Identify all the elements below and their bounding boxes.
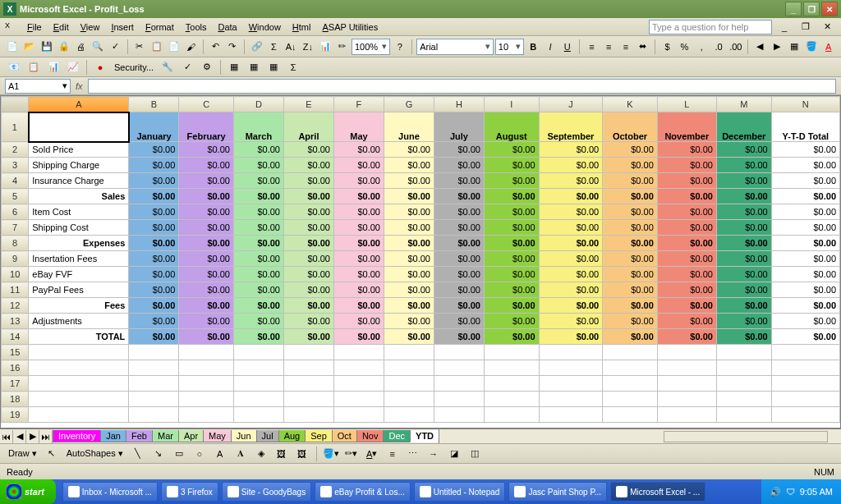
- cell-H12[interactable]: $0.00: [434, 298, 484, 314]
- cell-F18[interactable]: [333, 392, 384, 407]
- cell-C3[interactable]: $0.00: [179, 158, 234, 173]
- cell-L9[interactable]: $0.00: [657, 251, 716, 267]
- name-box[interactable]: A1▾: [5, 79, 71, 94]
- menu-data[interactable]: Data: [212, 20, 242, 34]
- tb2-icon4[interactable]: 📈: [64, 58, 82, 76]
- cell-L7[interactable]: $0.00: [657, 220, 716, 236]
- tb2-icon7[interactable]: ⚙: [198, 58, 216, 76]
- cell-K18[interactable]: [603, 392, 658, 407]
- cell-H8[interactable]: $0.00: [434, 236, 484, 251]
- col-header-C[interactable]: C: [179, 97, 234, 112]
- task-button[interactable]: Inbox - Microsoft ...: [62, 482, 158, 502]
- cell-E12[interactable]: $0.00: [283, 298, 333, 314]
- cell-D18[interactable]: [233, 392, 283, 407]
- cell-E13[interactable]: $0.00: [283, 314, 333, 329]
- cut-icon[interactable]: ✂: [132, 38, 148, 56]
- sheet-tab-Oct[interactable]: Oct: [332, 430, 357, 442]
- cell-G15[interactable]: [384, 345, 434, 360]
- cell-K15[interactable]: [603, 345, 658, 360]
- cell-N2[interactable]: $0.00: [771, 142, 839, 158]
- menu-tools[interactable]: Tools: [180, 20, 213, 34]
- sheet-tab-Jan[interactable]: Jan: [100, 430, 126, 442]
- cell-B7[interactable]: $0.00: [129, 220, 179, 236]
- row-label-6[interactable]: Item Cost: [29, 204, 129, 220]
- task-button[interactable]: Microsoft Excel - ...: [610, 482, 705, 502]
- cell-E17[interactable]: [283, 376, 333, 392]
- cell-C18[interactable]: [179, 392, 234, 407]
- cell-N7[interactable]: $0.00: [771, 220, 839, 236]
- cell-G16[interactable]: [384, 360, 434, 376]
- cell-M9[interactable]: $0.00: [716, 251, 771, 267]
- cell-J16[interactable]: [539, 360, 603, 376]
- 3d-icon[interactable]: ◫: [466, 445, 484, 463]
- cell-B16[interactable]: [129, 360, 179, 376]
- cell-E14[interactable]: $0.00: [283, 329, 333, 345]
- row-header-15[interactable]: 15: [2, 345, 29, 360]
- cell-K3[interactable]: $0.00: [603, 158, 658, 173]
- cell-J12[interactable]: $0.00: [539, 298, 603, 314]
- cell-L16[interactable]: [657, 360, 716, 376]
- dec-indent-icon[interactable]: ◀: [752, 38, 768, 56]
- cell-L12[interactable]: $0.00: [657, 298, 716, 314]
- cell-N10[interactable]: $0.00: [771, 267, 839, 282]
- cell-K14[interactable]: $0.00: [603, 329, 658, 345]
- cell-F12[interactable]: $0.00: [333, 298, 384, 314]
- cell-L17[interactable]: [657, 376, 716, 392]
- col-header-F[interactable]: F: [333, 97, 384, 112]
- cell-F4[interactable]: $0.00: [333, 173, 384, 189]
- col-header-B[interactable]: B: [129, 97, 179, 112]
- line-color-icon[interactable]: ✏▾: [342, 445, 361, 463]
- row-header-11[interactable]: 11: [2, 282, 29, 298]
- cell-L4[interactable]: $0.00: [657, 173, 716, 189]
- cell-K17[interactable]: [603, 376, 658, 392]
- cell-G7[interactable]: $0.00: [384, 220, 434, 236]
- cell-E3[interactable]: $0.00: [283, 158, 333, 173]
- cell-A17[interactable]: [29, 376, 129, 392]
- open-icon[interactable]: 📂: [22, 38, 38, 56]
- cell-B6[interactable]: $0.00: [129, 204, 179, 220]
- cell-I10[interactable]: $0.00: [484, 267, 539, 282]
- cell-J4[interactable]: $0.00: [539, 173, 603, 189]
- cell-J8[interactable]: $0.00: [539, 236, 603, 251]
- cell-C7[interactable]: $0.00: [179, 220, 234, 236]
- row-label-11[interactable]: PayPal Fees: [29, 282, 129, 298]
- row-label-10[interactable]: eBay FVF: [29, 267, 129, 282]
- picture-icon[interactable]: 🖼: [293, 445, 311, 463]
- cell-D19[interactable]: [233, 407, 283, 423]
- cell-L14[interactable]: $0.00: [657, 329, 716, 345]
- sheet-tab-Sep[interactable]: Sep: [305, 430, 333, 442]
- row-header-16[interactable]: 16: [2, 360, 29, 376]
- header-February[interactable]: February: [179, 112, 234, 142]
- cell-K11[interactable]: $0.00: [603, 282, 658, 298]
- arrow-style-icon[interactable]: →: [425, 445, 443, 463]
- cell-E16[interactable]: [283, 360, 333, 376]
- security-button[interactable]: Security...: [111, 62, 157, 72]
- cell-B14[interactable]: $0.00: [129, 329, 179, 345]
- merge-icon[interactable]: ⬌: [635, 38, 650, 56]
- start-button[interactable]: start: [0, 479, 56, 504]
- cell-C6[interactable]: $0.00: [179, 204, 234, 220]
- font-color-icon[interactable]: A: [820, 38, 836, 56]
- cell-M6[interactable]: $0.00: [716, 204, 771, 220]
- cell-N19[interactable]: [771, 407, 839, 423]
- cell-D14[interactable]: $0.00: [233, 329, 283, 345]
- row-header-8[interactable]: 8: [2, 236, 29, 251]
- cell-I16[interactable]: [484, 360, 539, 376]
- cell-B12[interactable]: $0.00: [129, 298, 179, 314]
- cell-L6[interactable]: $0.00: [657, 204, 716, 220]
- cell-G13[interactable]: $0.00: [384, 314, 434, 329]
- row-header-2[interactable]: 2: [2, 142, 29, 158]
- diagram-icon[interactable]: ◈: [252, 445, 270, 463]
- cell-J14[interactable]: $0.00: [539, 329, 603, 345]
- cell-D10[interactable]: $0.00: [233, 267, 283, 282]
- header-July[interactable]: July: [434, 112, 484, 142]
- tab-nav-prev[interactable]: ◀: [13, 430, 26, 443]
- col-header-K[interactable]: K: [603, 97, 658, 112]
- system-tray[interactable]: 🔊 🛡 9:05 AM: [761, 479, 841, 504]
- cell-B2[interactable]: $0.00: [129, 142, 179, 158]
- cell-H14[interactable]: $0.00: [434, 329, 484, 345]
- cell-J18[interactable]: [539, 392, 603, 407]
- inc-decimal-icon[interactable]: .0: [711, 38, 727, 56]
- cell-M2[interactable]: $0.00: [716, 142, 771, 158]
- cell-L8[interactable]: $0.00: [657, 236, 716, 251]
